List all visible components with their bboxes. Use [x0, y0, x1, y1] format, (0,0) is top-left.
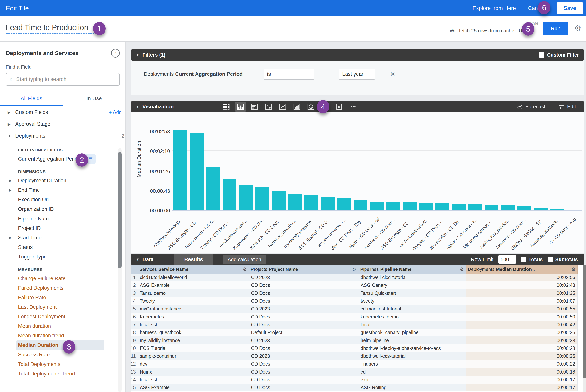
- add-custom-field-link[interactable]: + Add: [109, 109, 122, 115]
- column-gear-icon[interactable]: ⚙: [243, 267, 247, 272]
- chart-bar[interactable]: [452, 204, 466, 210]
- chart-bar[interactable]: [206, 167, 220, 210]
- chart-bar[interactable]: [550, 209, 564, 210]
- filters-section-header[interactable]: ▼ Filters (1) Custom Filter: [131, 49, 584, 60]
- chart-bar[interactable]: [403, 202, 417, 210]
- chart-bar[interactable]: [321, 197, 335, 210]
- chart-bar[interactable]: [468, 204, 482, 210]
- table-row[interactable]: 4TweetyCD Docstweety00:01:07: [131, 297, 586, 305]
- sidebar-group-approval-stage[interactable]: ▶Approval Stage: [0, 118, 125, 130]
- sidebar-dimension-deployment-duration[interactable]: ▶Deployment Duration: [0, 176, 125, 185]
- chart-bar[interactable]: [173, 130, 187, 210]
- filter-operator-select[interactable]: is: [264, 68, 314, 80]
- remove-filter-icon[interactable]: ✕: [390, 70, 395, 78]
- sidebar-dimension-project-id[interactable]: Project ID: [0, 224, 125, 233]
- viz-type-pie-chart-icon[interactable]: [306, 102, 316, 112]
- sidebar-scrollbar-thumb[interactable]: [118, 152, 122, 268]
- sidebar-measure-total-deployments[interactable]: Total Deployments: [0, 360, 125, 369]
- subtotals-checkbox[interactable]: [548, 257, 553, 262]
- viz-type-column-chart-icon[interactable]: [235, 102, 246, 112]
- table-row[interactable]: 5myGrafanaInstanceCD 2023cd-manifest-tut…: [131, 305, 586, 313]
- table-scrollbar[interactable]: [583, 265, 586, 392]
- column-gear-icon[interactable]: ⚙: [460, 267, 464, 272]
- column-gear-icon[interactable]: ⚙: [571, 267, 576, 272]
- row-limit-input[interactable]: [499, 255, 516, 264]
- sidebar-group-deployments[interactable]: ▼Deployments2: [0, 130, 125, 142]
- sidebar-measure-failed-deployments[interactable]: Failed Deployments: [0, 283, 125, 293]
- sidebar-dimension-trigger-type[interactable]: Trigger Type: [0, 252, 125, 262]
- viz-type-more-icon[interactable]: [348, 102, 358, 112]
- table-row[interactable]: 15ASG ExampleCD DocsASG Rolling00:00:17: [131, 384, 586, 392]
- chart-bar[interactable]: [435, 203, 449, 210]
- tile-title-editable[interactable]: Lead Time to Production: [6, 23, 101, 34]
- tab-all-fields[interactable]: All Fields: [0, 96, 63, 106]
- viz-type-bar-chart-icon[interactable]: [249, 102, 260, 112]
- settings-gear-icon[interactable]: ⚙: [574, 24, 582, 32]
- chart-bar[interactable]: [272, 191, 286, 210]
- chart-bar[interactable]: [304, 195, 318, 210]
- sidebar-field-current-aggregation-period[interactable]: Current Aggregation Period: [0, 154, 125, 164]
- chart-bar[interactable]: [485, 204, 499, 210]
- table-row[interactable]: 3Tanzu demoCD DocsTanzu Quickstart00:01:…: [131, 289, 586, 297]
- chart-bar[interactable]: [370, 202, 384, 210]
- sidebar-measure-last-deployment[interactable]: Last Deployment: [0, 302, 125, 312]
- run-button[interactable]: Run: [543, 22, 569, 35]
- filter-value-input[interactable]: Last year: [339, 68, 375, 80]
- table-row[interactable]: 10ECS TutorialCD Docsdbothwell-deploy-al…: [131, 344, 586, 352]
- sidebar-measure-failure-rate[interactable]: Failure Rate: [0, 293, 125, 302]
- table-row[interactable]: 9my-wildfly-instanceCD 2023helm-pipeline…: [131, 336, 586, 344]
- chart-bar[interactable]: [419, 203, 433, 210]
- table-header-pipeline-name[interactable]: PipelinesPipeline Name⚙: [358, 265, 466, 274]
- chart-bar[interactable]: [354, 200, 367, 210]
- chart-bar[interactable]: [288, 194, 302, 210]
- forecast-button[interactable]: Forecast: [517, 104, 545, 110]
- table-row[interactable]: 11sample-containerCD 2023dbothwell-ecs-t…: [131, 352, 586, 360]
- field-search-input[interactable]: [16, 76, 116, 82]
- viz-type-table-icon[interactable]: [221, 102, 231, 112]
- chart-bar[interactable]: [190, 133, 204, 210]
- chart-bar[interactable]: [386, 202, 400, 210]
- viz-type-area-chart-icon[interactable]: [292, 102, 302, 112]
- sidebar-group-custom-fields[interactable]: ▶Custom Fields+ Add: [0, 106, 125, 118]
- chart-bar[interactable]: [239, 185, 253, 210]
- chart-bar[interactable]: [501, 205, 515, 210]
- column-gear-icon[interactable]: ⚙: [352, 267, 356, 272]
- chart-bar[interactable]: [255, 187, 269, 210]
- table-row[interactable]: 6KubernetesCD Docskubernetes_demo00:00:5…: [131, 313, 586, 320]
- sidebar-measure-total-deployments-trend[interactable]: Total Deployments Trend: [0, 369, 125, 378]
- table-row[interactable]: 7local-sshCD Docslocal00:00:42: [131, 321, 586, 328]
- sidebar-measure-longest-deployment[interactable]: Longest Deployment: [0, 312, 125, 321]
- save-button[interactable]: Save: [557, 2, 583, 14]
- sidebar-measure-mean-duration[interactable]: Mean duration: [0, 321, 125, 331]
- edit-viz-button[interactable]: Edit: [559, 104, 576, 110]
- table-row[interactable]: 1cicdTutorialHelloWorldCD 2023dbothwell-…: [131, 274, 586, 281]
- add-calculation-button[interactable]: Add calculation: [223, 255, 266, 264]
- chart-bar[interactable]: [223, 180, 236, 210]
- table-row[interactable]: 12devCD DocsTriggers00:00:22: [131, 360, 586, 368]
- sidebar-measure-mean-duration-trend[interactable]: Mean duration trend: [0, 331, 125, 340]
- data-section-header[interactable]: ▼ Data Results Add calculation Row Limit…: [131, 254, 584, 265]
- table-scrollbar-thumb[interactable]: [583, 265, 586, 378]
- table-row[interactable]: 2ASG ExampleCD DocsASG Canary00:02:48: [131, 281, 586, 289]
- field-search-box[interactable]: ⌕: [6, 73, 120, 86]
- table-row[interactable]: 8harness_guestbookDefault Projectguestbo…: [131, 328, 586, 336]
- sidebar-measure-success-rate[interactable]: Success Rate: [0, 350, 125, 360]
- sidebar-dimension-pipeline-name[interactable]: Pipeline Name: [0, 214, 125, 224]
- results-tab[interactable]: Results: [174, 254, 213, 265]
- sidebar-dimension-organization-id[interactable]: Organization ID: [0, 204, 125, 214]
- custom-filter-checkbox[interactable]: [539, 52, 544, 58]
- sidebar-dimension-execution-url[interactable]: Execution Url: [0, 195, 125, 204]
- table-header-project-name[interactable]: ProjectsProject Name⚙: [249, 265, 358, 274]
- chart-bar[interactable]: [517, 206, 531, 210]
- table-row[interactable]: 13NginxCD Docscd00:00:18: [131, 368, 586, 376]
- chart-bar[interactable]: [534, 208, 548, 210]
- visualization-section-header[interactable]: ▼ Visualization 6 Forecast Edit: [131, 101, 584, 112]
- viz-type-single-value-icon[interactable]: 6: [334, 102, 344, 112]
- totals-checkbox[interactable]: [521, 257, 526, 262]
- sidebar-dimension-end-time[interactable]: ▶End Time: [0, 185, 125, 195]
- table-row[interactable]: 14local-sshCD Docsexp00:00:17: [131, 376, 586, 384]
- sidebar-dimension-status[interactable]: Status: [0, 242, 125, 252]
- table-header-median-duration-[interactable]: DeploymentsMedian Duration ↓⚙: [466, 265, 578, 274]
- collapse-sidebar-button[interactable]: ‹: [111, 49, 120, 58]
- viz-type-line-chart-icon[interactable]: [278, 102, 288, 112]
